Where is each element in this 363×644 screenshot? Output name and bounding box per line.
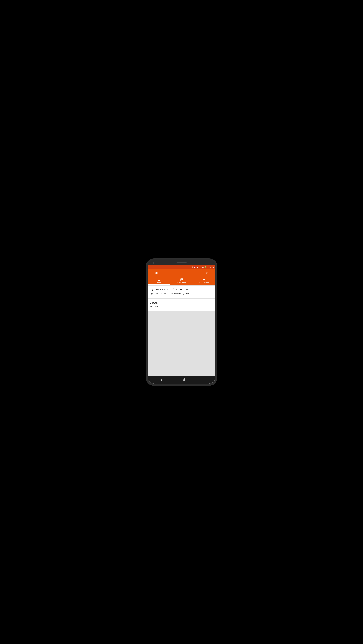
karma-value: 155109 karma xyxy=(154,288,168,291)
comments-tab-icon xyxy=(203,278,206,282)
time-text: 22:30:00 xyxy=(208,266,214,268)
user-tab-icon xyxy=(158,278,160,282)
tab-bar: USER SUBMITTED COM xyxy=(148,277,216,285)
back-button[interactable]: ← xyxy=(150,271,153,275)
phone-device: ✱ ⏰ ▲ ▐ 53% 🔋 22:30:00 ← pg ☆ ⋯ xyxy=(146,258,218,386)
status-bar: ✱ ⏰ ▲ ▐ 53% 🔋 22:30:00 xyxy=(148,265,216,269)
karma-icon xyxy=(151,288,154,291)
wifi-icon: ▲ xyxy=(196,266,198,268)
screen: ✱ ⏰ ▲ ▐ 53% 🔋 22:30:00 ← pg ☆ ⋯ xyxy=(148,265,216,384)
recents-nav-button[interactable] xyxy=(204,379,206,381)
stats-row-1: 155109 karma 4149 days old xyxy=(151,288,212,291)
more-button[interactable]: ⋯ xyxy=(211,271,213,274)
about-card: About Bug fixer. xyxy=(148,299,216,311)
star-button[interactable]: ☆ xyxy=(206,271,208,274)
joined-icon xyxy=(171,292,173,295)
back-nav-button[interactable]: ◀ xyxy=(157,377,165,383)
tab-user[interactable]: USER xyxy=(148,277,170,285)
battery-text: 53% xyxy=(201,266,204,268)
battery-icon: 🔋 xyxy=(205,266,207,268)
content-area: 155109 karma 4149 days old xyxy=(148,285,216,376)
tab-submitted[interactable]: SUBMITTED xyxy=(170,277,193,285)
tab-user-label: USER xyxy=(157,282,161,284)
submitted-tab-icon xyxy=(180,278,183,282)
tab-comments[interactable]: COMMENTS xyxy=(193,277,216,285)
about-text: Bug fixer. xyxy=(150,306,213,308)
camera-icon xyxy=(152,262,154,264)
joined-stat: October 9, 2006 xyxy=(171,292,189,295)
home-nav-button[interactable] xyxy=(183,378,186,382)
bluetooth-icon: ✱ xyxy=(192,266,193,268)
app-bar-right: ☆ ⋯ xyxy=(206,271,213,274)
app-bar: ← pg ☆ ⋯ xyxy=(148,269,216,277)
posts-value: 15529 posts xyxy=(154,292,166,295)
phone-top-bezel xyxy=(148,260,216,265)
tab-submitted-label: SUBMITTED xyxy=(177,282,186,284)
posts-stat: 15529 posts xyxy=(151,292,166,295)
stats-row-2: 15529 posts October 9, 2006 xyxy=(151,292,212,295)
app-bar-left: ← pg xyxy=(150,271,158,275)
tab-comments-label: COMMENTS xyxy=(199,282,209,284)
about-title: About xyxy=(150,301,213,304)
stats-card: 155109 karma 4149 days old xyxy=(148,286,216,298)
karma-stat: 155109 karma xyxy=(151,288,168,291)
age-stat: 4149 days old xyxy=(173,288,189,291)
phone-screen: ✱ ⏰ ▲ ▐ 53% 🔋 22:30:00 ← pg ☆ ⋯ xyxy=(148,260,216,384)
joined-value: October 9, 2006 xyxy=(174,292,189,295)
speaker xyxy=(176,262,187,264)
age-value: 4149 days old xyxy=(176,288,189,291)
alarm-icon: ⏰ xyxy=(194,266,196,268)
app-title: pg xyxy=(154,271,158,275)
posts-icon xyxy=(151,292,154,295)
bottom-nav: ◀ xyxy=(148,376,216,384)
age-icon xyxy=(173,288,175,291)
signal-icon: ▐ xyxy=(199,266,200,268)
